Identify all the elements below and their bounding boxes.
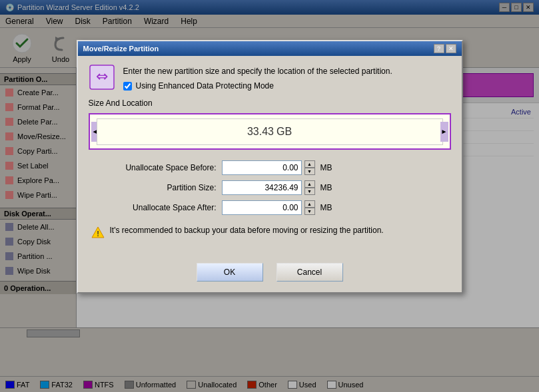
partition-size-input[interactable] bbox=[222, 180, 302, 195]
unallocate-after-row: Unallocate Space After: ▲ ▼ MB bbox=[89, 200, 451, 215]
warning-row: ! It's recommended to backup your data b… bbox=[89, 223, 451, 242]
modal-dialog: Move/Resize Partition ? ✕ ⇔ Enter the ne… bbox=[77, 40, 463, 294]
size-location-title: Size And Location bbox=[89, 98, 451, 108]
spin-down-before[interactable]: ▼ bbox=[304, 168, 315, 175]
warning-text: It's recommended to backup your data bef… bbox=[110, 226, 384, 235]
ok-button[interactable]: OK bbox=[197, 263, 263, 282]
modal-title: Move/Resize Partition bbox=[83, 45, 159, 53]
spin-up-after[interactable]: ▲ bbox=[304, 200, 315, 208]
partition-size-row: Partition Size: ▲ ▼ MB bbox=[89, 180, 451, 195]
svg-text:⇔: ⇔ bbox=[96, 68, 108, 85]
checkbox-label: Using Enhanced Data Protecting Mode bbox=[136, 81, 274, 91]
svg-text:!: ! bbox=[97, 230, 99, 238]
unallocate-before-input-group: ▲ ▼ MB bbox=[222, 160, 332, 175]
checkbox-row: Using Enhanced Data Protecting Mode bbox=[123, 81, 392, 91]
modal-footer: OK Cancel bbox=[78, 258, 462, 292]
modal-controls: ? ✕ bbox=[434, 44, 456, 53]
partition-slider[interactable]: ◄ 33.43 GB ► bbox=[89, 113, 451, 150]
partition-size-spinners: ▲ ▼ bbox=[304, 180, 315, 195]
unallocate-after-spinners: ▲ ▼ bbox=[304, 200, 315, 215]
modal-description: Enter the new partition size and specify… bbox=[123, 64, 392, 91]
slider-right-arrow[interactable]: ► bbox=[440, 122, 448, 142]
modal-header: ⇔ Enter the new partition size and speci… bbox=[89, 64, 451, 91]
unallocate-after-unit: MB bbox=[318, 203, 332, 212]
modal-content: ⇔ Enter the new partition size and speci… bbox=[78, 56, 462, 258]
unallocate-before-spinners: ▲ ▼ bbox=[304, 160, 315, 175]
unallocate-after-label: Unallocate Space After: bbox=[89, 203, 222, 212]
spin-down-after[interactable]: ▼ bbox=[304, 208, 315, 215]
unallocate-before-unit: MB bbox=[318, 163, 332, 172]
unallocate-after-input[interactable] bbox=[222, 200, 302, 215]
slider-value: 33.43 bbox=[247, 126, 274, 138]
slider-inner: 33.43 GB bbox=[97, 118, 443, 145]
cancel-button[interactable]: Cancel bbox=[276, 263, 343, 282]
unallocate-before-input[interactable] bbox=[222, 160, 302, 175]
spin-down-size[interactable]: ▼ bbox=[304, 188, 315, 195]
enhanced-mode-checkbox[interactable] bbox=[123, 82, 132, 91]
modal-close-button[interactable]: ✕ bbox=[446, 44, 456, 53]
partition-size-input-group: ▲ ▼ MB bbox=[222, 180, 332, 195]
unallocate-after-input-group: ▲ ▼ MB bbox=[222, 200, 332, 215]
unallocate-before-label: Unallocate Space Before: bbox=[89, 163, 222, 172]
slider-unit: GB bbox=[276, 126, 292, 138]
unallocate-before-row: Unallocate Space Before: ▲ ▼ MB bbox=[89, 160, 451, 175]
modal-overlay: Move/Resize Partition ? ✕ ⇔ Enter the ne… bbox=[0, 0, 539, 392]
spin-up-before[interactable]: ▲ bbox=[304, 160, 315, 168]
warning-icon: ! bbox=[91, 226, 105, 239]
spin-up-size[interactable]: ▲ bbox=[304, 180, 315, 188]
modal-help-button[interactable]: ? bbox=[434, 44, 444, 53]
partition-size-label: Partition Size: bbox=[89, 183, 222, 192]
modal-icon: ⇔ bbox=[89, 64, 115, 91]
modal-desc-text: Enter the new partition size and specify… bbox=[123, 64, 392, 76]
partition-size-unit: MB bbox=[318, 183, 332, 192]
modal-title-bar: Move/Resize Partition ? ✕ bbox=[78, 41, 462, 56]
